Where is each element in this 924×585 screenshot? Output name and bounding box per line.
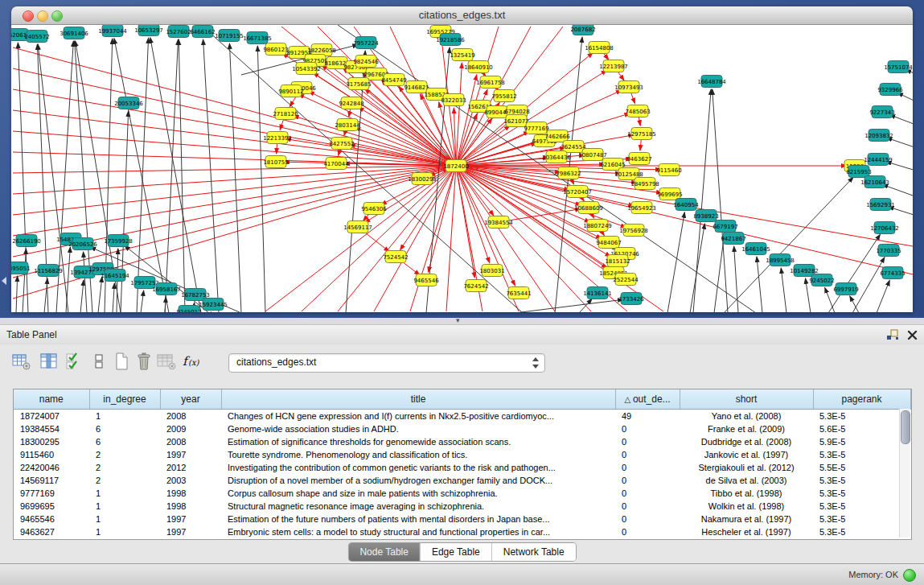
column-header-short[interactable]: short: [680, 389, 813, 410]
graph-node[interactable]: 19756928: [619, 225, 648, 237]
column-header-year[interactable]: year: [160, 389, 221, 410]
graph-node[interactable]: 18640910: [464, 61, 493, 73]
graph-node[interactable]: 9777169: [524, 122, 548, 134]
graph-node[interactable]: 11156829: [34, 265, 63, 277]
graph-node[interactable]: 10653297: [134, 25, 163, 36]
table-row[interactable]: 977716911998Corpus callosum shape and si…: [14, 487, 910, 500]
tab-node-table[interactable]: Node Table: [348, 543, 420, 561]
graph-node[interactable]: 16154808: [585, 42, 614, 54]
float-panel-icon[interactable]: [885, 328, 899, 341]
graph-node[interactable]: 19384554: [484, 216, 513, 229]
splitter-arrow-icon[interactable]: ▾: [456, 316, 460, 324]
function-builder-icon[interactable]: f(x): [182, 351, 206, 373]
graph-node[interactable]: 2405572: [24, 31, 49, 43]
window-titlebar[interactable]: citations_edges.txt: [11, 6, 913, 25]
new-column-icon[interactable]: [111, 351, 132, 373]
graph-node[interactable]: 17359928: [104, 235, 133, 247]
graph-node[interactable]: 26266190: [12, 235, 41, 247]
close-panel-icon[interactable]: [907, 330, 918, 340]
table-row[interactable]: 1872400712008Changes of HCN gene express…: [14, 410, 910, 423]
graph-node[interactable]: 7485063: [625, 105, 650, 117]
graph-node[interactable]: 1733426: [618, 293, 644, 305]
table-row[interactable]: 911546021997Tourette syndrome. Phenomeno…: [14, 448, 910, 461]
network-canvas[interactable]: 9860123891295418226058982750981863281054…: [11, 25, 913, 312]
graph-node[interactable]: 15923445: [199, 299, 228, 311]
graph-node[interactable]: 8427552: [329, 138, 354, 150]
graph-node[interactable]: 15751074: [884, 61, 913, 73]
graph-node[interactable]: 6774335: [880, 267, 905, 279]
graph-node[interactable]: 18995458: [766, 254, 795, 266]
graph-node[interactable]: 30691406: [60, 27, 88, 39]
graph-node[interactable]: 15692931: [866, 199, 895, 211]
graph-node[interactable]: 10688609: [574, 202, 603, 214]
graph-node[interactable]: 15720407: [563, 186, 592, 198]
graph-node[interactable]: 9890112: [278, 85, 303, 97]
graph-node[interactable]: 7986322: [556, 167, 581, 179]
graph-node[interactable]: 9245012: [176, 306, 201, 313]
graph-node[interactable]: 3175685: [346, 78, 371, 90]
graph-node[interactable]: 18807249: [583, 220, 612, 232]
graph-node[interactable]: 2522544: [613, 274, 639, 286]
graph-node[interactable]: 9242848: [339, 97, 363, 109]
graph-node[interactable]: 1810755: [263, 156, 288, 168]
graph-node[interactable]: 9860123: [263, 43, 288, 56]
graph-node[interactable]: 4170044: [323, 158, 349, 170]
rows-icon[interactable]: [88, 351, 109, 373]
graph-node[interactable]: 1395051: [11, 262, 31, 274]
tab-network-table[interactable]: Network Table: [491, 543, 576, 561]
graph-node[interactable]: 7957224: [353, 37, 379, 49]
graph-node[interactable]: 16958167: [152, 283, 181, 295]
graph-node[interactable]: 7624542: [463, 280, 488, 292]
graph-node[interactable]: 10973493: [614, 81, 643, 93]
combobox-stepper-icon[interactable]: [532, 356, 540, 369]
table-row[interactable]: 1938455462009Genome-wide association stu…: [14, 422, 910, 435]
row-select-icon[interactable]: [64, 351, 85, 373]
table-settings-icon[interactable]: [11, 351, 32, 373]
graph-node[interactable]: 7955812: [491, 90, 516, 102]
graph-node[interactable]: 14136141: [583, 287, 612, 299]
graph-node[interactable]: 16671385: [243, 32, 272, 44]
graph-node[interactable]: 12706432: [870, 222, 899, 234]
column-header-title[interactable]: title: [221, 389, 615, 410]
graph-node[interactable]: 16210643: [860, 176, 889, 188]
graph-node[interactable]: 1815132: [605, 255, 630, 267]
table-row[interactable]: 1456911722003Disruption of a novel membe…: [14, 474, 910, 487]
graph-node[interactable]: 1803031: [479, 265, 504, 277]
graph-node[interactable]: 6997919: [833, 283, 858, 295]
graph-node[interactable]: 10719155: [215, 30, 244, 42]
graph-node[interactable]: 1325419: [450, 49, 474, 61]
table-scrollbar[interactable]: [899, 409, 910, 538]
network-graph[interactable]: 9860123891295418226058982750981863281054…: [11, 25, 913, 312]
table-selector-combobox[interactable]: citations_edges.txt: [228, 353, 545, 373]
graph-node[interactable]: 20053346: [114, 97, 143, 109]
table-row[interactable]: 2242004622012Investigating the contribut…: [14, 461, 910, 474]
graph-node[interactable]: 20364436: [542, 151, 571, 163]
graph-node[interactable]: 8322033: [441, 94, 466, 106]
show-columns-icon[interactable]: [39, 351, 60, 373]
graph-node[interactable]: 9421867: [721, 233, 745, 245]
graph-node[interactable]: 12444159: [864, 154, 893, 166]
graph-node[interactable]: 16461045: [741, 243, 770, 255]
collapse-panel-arrow-icon[interactable]: [2, 277, 6, 285]
graph-node[interactable]: 2718120: [273, 108, 298, 120]
column-header-name[interactable]: name: [14, 389, 89, 410]
graph-node[interactable]: 12093832: [864, 130, 893, 142]
graph-node[interactable]: 9546306: [361, 203, 387, 215]
graph-node[interactable]: 12975185: [627, 128, 656, 140]
graph-node[interactable]: 10543392: [292, 63, 321, 75]
graph-node[interactable]: 6679197: [713, 220, 737, 233]
panel-splitter[interactable]: ▾: [0, 318, 924, 324]
graph-node[interactable]: 9245022: [809, 274, 834, 286]
graph-node[interactable]: 8938923: [693, 210, 718, 222]
graph-node[interactable]: 19937044: [98, 25, 127, 37]
graph-node[interactable]: 14569117: [343, 221, 372, 233]
graph-node[interactable]: 9824546: [353, 56, 379, 68]
table-row[interactable]: 946554611997Estimation of the future num…: [14, 513, 910, 525]
graph-node[interactable]: 9465546: [413, 274, 439, 286]
graph-node[interactable]: 18300295: [408, 173, 437, 185]
graph-node[interactable]: 2803144: [335, 119, 360, 131]
graph-node[interactable]: 9115460: [656, 164, 681, 176]
graph-node[interactable]: 19218586: [436, 34, 465, 46]
graph-node[interactable]: 9484067: [596, 237, 621, 249]
graph-node[interactable]: 9329966: [877, 84, 903, 96]
